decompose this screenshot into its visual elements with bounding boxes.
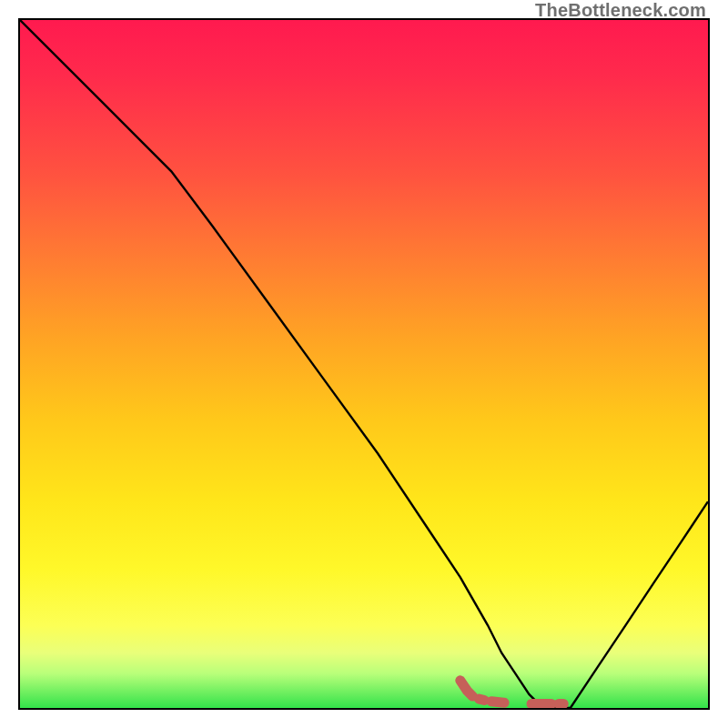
bottleneck-curve [20,20,708,708]
marker-path [460,681,563,704]
chart-frame [18,18,710,710]
chart-svg [20,20,708,708]
highlight-markers [460,681,563,704]
